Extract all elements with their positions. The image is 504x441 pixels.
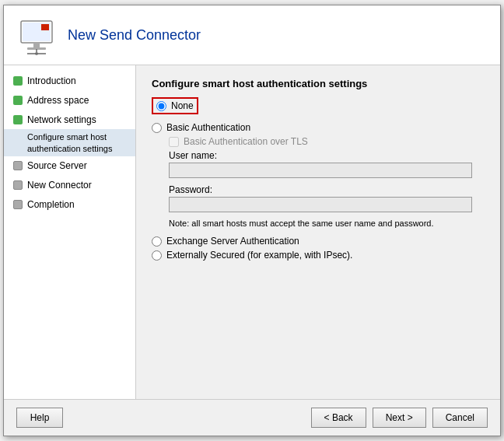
dialog-footer: Help < Back Next > Cancel — [4, 399, 500, 436]
dialog-body: Introduction Address space Network setti… — [4, 65, 500, 399]
dialog-window: New Send Connector Introduction Address … — [3, 5, 501, 436]
none-radio[interactable] — [156, 101, 166, 111]
bullet-new-connector — [13, 180, 23, 190]
basic-auth-tls-checkbox[interactable] — [169, 137, 179, 147]
cancel-button[interactable]: Cancel — [432, 408, 488, 428]
username-label: User name: — [169, 150, 485, 161]
externally-secured-option: Externally Secured (for example, with IP… — [152, 250, 485, 261]
sidebar-item-new-connector[interactable]: New Connector — [4, 176, 135, 195]
username-input[interactable] — [169, 163, 472, 178]
sidebar-label-address-space: Address space — [27, 94, 89, 107]
basic-auth-option: Basic Authentication — [152, 122, 485, 133]
dialog-header: New Send Connector — [4, 5, 500, 65]
sidebar-label-source-server: Source Server — [27, 159, 87, 173]
svg-rect-2 — [41, 24, 49, 30]
exchange-auth-option: Exchange Server Authentication — [152, 236, 485, 247]
bullet-introduction — [13, 76, 23, 86]
none-option-wrapper: None — [152, 97, 198, 114]
sidebar-item-network-settings[interactable]: Network settings — [4, 110, 135, 130]
section-title: Configure smart host authentication sett… — [152, 78, 485, 89]
footer-right-buttons: < Back Next > Cancel — [311, 408, 488, 428]
bullet-source-server — [13, 161, 23, 170]
exchange-auth-radio[interactable] — [152, 236, 162, 247]
dialog-title: New Send Connector — [68, 27, 201, 44]
none-label[interactable]: None — [171, 100, 194, 111]
note-text: Note: all smart hosts must accept the sa… — [169, 219, 485, 228]
sidebar: Introduction Address space Network setti… — [4, 65, 136, 399]
next-button[interactable]: Next > — [373, 408, 426, 428]
connector-icon — [16, 15, 57, 55]
exchange-auth-label[interactable]: Exchange Server Authentication — [166, 236, 299, 247]
basic-auth-tls-option: Basic Authentication over TLS — [169, 136, 485, 147]
none-option-group: None — [152, 97, 485, 117]
sidebar-label-introduction: Introduction — [27, 75, 76, 88]
password-label: Password: — [169, 184, 485, 195]
basic-auth-label[interactable]: Basic Authentication — [166, 122, 250, 133]
sidebar-label-completion: Completion — [27, 198, 75, 212]
bullet-address-space — [13, 96, 23, 105]
externally-secured-label[interactable]: Externally Secured (for example, with IP… — [166, 250, 352, 261]
sidebar-label-configure-smart: Configure smart host authentication sett… — [27, 132, 112, 152]
sidebar-item-completion[interactable]: Completion — [4, 195, 135, 215]
sidebar-item-introduction[interactable]: Introduction — [4, 72, 135, 91]
password-input[interactable] — [169, 197, 472, 212]
main-content: Configure smart host authentication sett… — [136, 65, 500, 399]
sidebar-item-address-space[interactable]: Address space — [4, 91, 135, 110]
password-group: Password: — [169, 184, 485, 212]
sidebar-label-new-connector: New Connector — [27, 179, 92, 192]
sidebar-item-source-server[interactable]: Source Server — [4, 156, 135, 176]
basic-auth-radio[interactable] — [152, 123, 162, 133]
basic-auth-tls-label: Basic Authentication over TLS — [184, 136, 308, 147]
back-button[interactable]: < Back — [311, 408, 366, 428]
help-button[interactable]: Help — [16, 408, 63, 428]
username-group: User name: — [169, 150, 485, 178]
bullet-network-settings — [13, 115, 23, 124]
sidebar-item-configure-smart[interactable]: Configure smart host authentication sett… — [4, 129, 135, 156]
externally-secured-radio[interactable] — [152, 250, 162, 261]
bullet-completion — [13, 200, 23, 209]
svg-rect-3 — [33, 43, 40, 47]
sidebar-label-network-settings: Network settings — [27, 114, 96, 127]
